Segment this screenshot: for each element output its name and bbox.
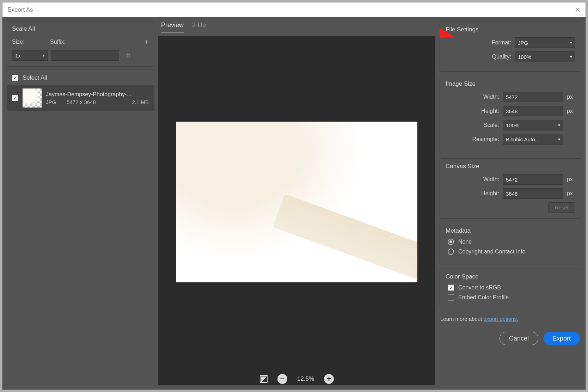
checkbox-icon <box>448 294 454 301</box>
metadata-none-row[interactable]: None <box>446 239 575 245</box>
unit-px: px <box>567 108 575 114</box>
asset-thumbnail <box>23 88 42 108</box>
metadata-group: Metadata None Copyright and Contact Info <box>440 223 581 264</box>
asset-row[interactable]: ✓ Jaymes-Dempsey-Photography-... JPG 547… <box>7 85 154 111</box>
preview-tabs: Preview 2-Up <box>158 22 435 36</box>
metadata-copyright-label: Copyright and Contact Info <box>458 249 525 255</box>
metadata-title: Metadata <box>446 227 575 234</box>
reset-button[interactable]: Reset <box>548 202 575 213</box>
image-size-title: Image Size <box>446 80 575 87</box>
scale-label: Scale: <box>484 122 499 128</box>
height-label: Height: <box>481 108 499 114</box>
convert-srgb-label: Convert to sRGB <box>458 284 501 291</box>
size-value: 1x <box>15 53 21 59</box>
canvas-size-group: Canvas Size Width:5472px Height:3648px R… <box>440 158 581 219</box>
tab-2up[interactable]: 2-Up <box>192 22 206 32</box>
radio-icon <box>448 249 454 255</box>
select-all-label: Select All <box>23 74 47 81</box>
preview-area[interactable] <box>158 36 435 368</box>
export-button[interactable]: Export <box>543 332 580 345</box>
chevron-down-icon: ▾ <box>558 137 560 142</box>
width-label: Width: <box>483 94 499 100</box>
resample-label: Resample: <box>472 136 499 142</box>
zoom-level: 12.5% <box>297 375 314 382</box>
titlebar: Export As ✕ <box>2 2 586 17</box>
metadata-none-label: None <box>458 239 472 245</box>
height-input[interactable]: 3648 <box>503 106 563 116</box>
suffix-label: Suffix: <box>50 39 66 45</box>
right-panel: File Settings Format: JPG▾ Quality: 100%… <box>440 22 581 385</box>
resample-select[interactable]: Bicubic Auto...▾ <box>503 134 563 145</box>
canvas-size-title: Canvas Size <box>446 163 575 170</box>
chevron-down-icon: ▾ <box>43 53 45 58</box>
scale-all-title: Scale All <box>12 25 149 32</box>
dialog-title: Export As <box>7 6 33 13</box>
center-panel: Preview 2-Up − 12.5% + <box>158 22 435 385</box>
asset-checkbox[interactable]: ✓ <box>12 95 18 101</box>
learn-text: Learn more about <box>440 316 482 322</box>
canvas-height-label: Height: <box>481 190 499 197</box>
unit-px: px <box>567 176 575 183</box>
canvas-width-input[interactable]: 5472 <box>503 174 563 185</box>
embed-profile-row[interactable]: Embed Color Profile <box>446 294 575 301</box>
color-space-title: Color Space <box>446 273 575 280</box>
image-size-group: Image Size Width:5472px Height:3648px Sc… <box>440 76 581 154</box>
unit-px: px <box>567 94 575 100</box>
metadata-copyright-row[interactable]: Copyright and Contact Info <box>446 249 575 255</box>
preview-image <box>176 122 417 282</box>
learn-more-row: Learn more about export options. <box>440 314 581 323</box>
scale-select[interactable]: 100%▾ <box>503 120 563 130</box>
left-panel: Scale All Size: Suffix: + 1x ▾ 🗑 <box>7 22 154 385</box>
zoom-in-button[interactable]: + <box>324 374 334 384</box>
asset-filesize: 2.1 MB <box>132 99 149 105</box>
size-select[interactable]: 1x ▾ <box>12 50 48 61</box>
file-settings-title: File Settings <box>446 26 575 33</box>
unit-px: px <box>567 190 575 197</box>
embed-profile-label: Embed Color Profile <box>458 294 509 301</box>
canvas-width-label: Width: <box>483 176 499 183</box>
export-options-link[interactable]: export options. <box>484 316 518 322</box>
asset-format: JPG <box>46 99 56 105</box>
tab-preview[interactable]: Preview <box>161 22 184 32</box>
select-all-row: ✓ Select All <box>7 70 154 85</box>
format-label: Format: <box>492 39 511 46</box>
asset-dimensions: 5472 x 3648 <box>67 99 96 105</box>
suffix-input[interactable] <box>51 50 119 61</box>
checkbox-icon: ✓ <box>448 284 454 291</box>
cancel-button[interactable]: Cancel <box>500 332 538 345</box>
zoom-out-button[interactable]: − <box>277 374 287 384</box>
quality-select[interactable]: 100%▾ <box>515 51 575 62</box>
close-icon[interactable]: ✕ <box>575 6 581 14</box>
chevron-down-icon: ▾ <box>570 40 572 45</box>
radio-icon <box>448 239 454 245</box>
size-label: Size: <box>12 39 44 45</box>
convert-srgb-row[interactable]: ✓Convert to sRGB <box>446 284 575 291</box>
select-all-checkbox[interactable]: ✓ <box>12 75 18 81</box>
footer-buttons: Cancel Export <box>440 327 581 347</box>
chevron-down-icon: ▾ <box>558 123 560 128</box>
file-settings-group: File Settings Format: JPG▾ Quality: 100%… <box>440 22 581 72</box>
chevron-down-icon: ▾ <box>570 54 572 59</box>
fit-screen-icon[interactable] <box>260 375 268 383</box>
color-space-group: Color Space ✓Convert to sRGB Embed Color… <box>440 269 581 310</box>
export-as-dialog: Export As ✕ Scale All Size: Suffix: + 1x… <box>2 2 586 390</box>
add-scale-icon[interactable]: + <box>144 37 149 47</box>
zoom-bar: − 12.5% + <box>158 368 435 385</box>
format-select[interactable]: JPG▾ <box>515 37 575 48</box>
asset-name: Jaymes-Dempsey-Photography-... <box>46 91 149 98</box>
quality-label: Quality: <box>492 54 511 60</box>
scale-all-group: Scale All Size: Suffix: + 1x ▾ 🗑 <box>7 22 154 67</box>
canvas-height-input[interactable]: 3648 <box>503 188 563 199</box>
trash-icon: 🗑 <box>125 52 131 59</box>
width-input[interactable]: 5472 <box>503 92 563 102</box>
